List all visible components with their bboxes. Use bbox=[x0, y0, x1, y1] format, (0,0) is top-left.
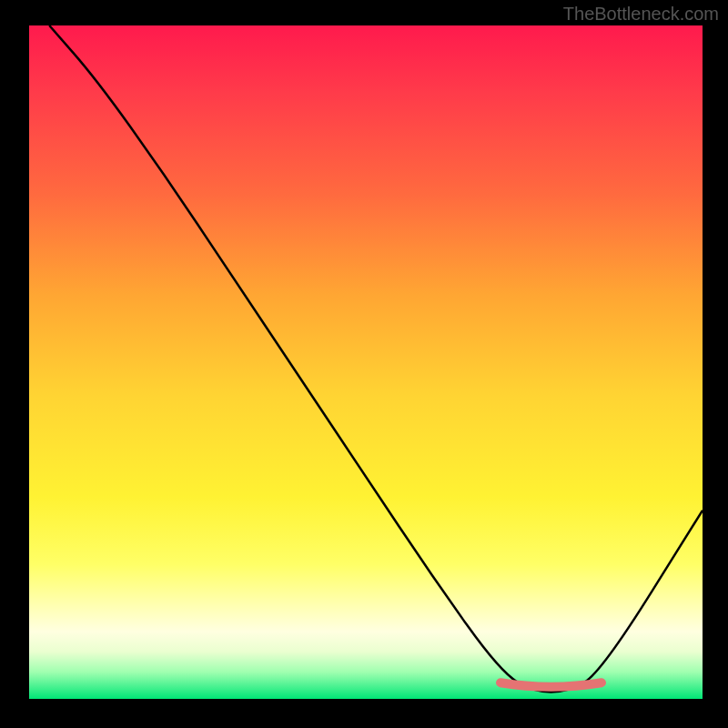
chart-flat-marker bbox=[500, 682, 602, 687]
watermark-text: TheBottleneck.com bbox=[563, 4, 719, 25]
chart-curve-line bbox=[49, 25, 703, 693]
chart-plot-area bbox=[29, 25, 703, 699]
chart-svg bbox=[29, 25, 703, 699]
